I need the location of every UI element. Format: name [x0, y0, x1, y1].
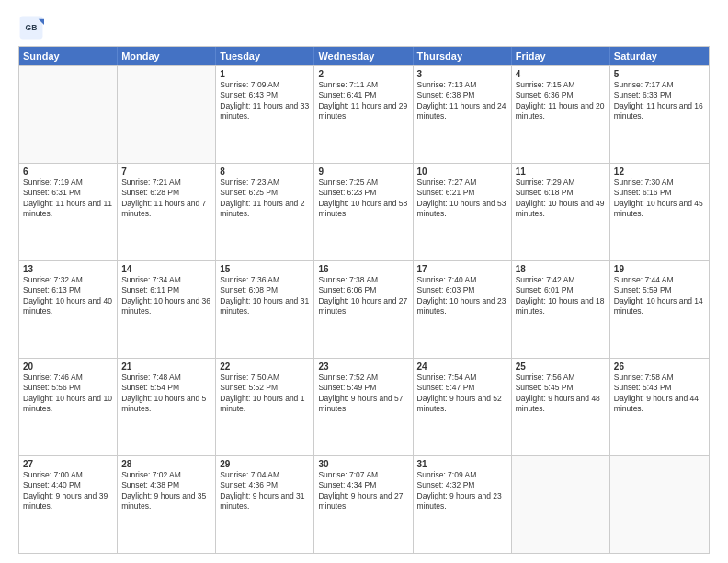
cell-day-number: 9 [318, 167, 408, 177]
cell-info: Sunrise: 7:42 AM Sunset: 6:01 PM Dayligh… [516, 275, 606, 317]
cal-cell-empty-4-5 [512, 456, 610, 553]
calendar: SundayMondayTuesdayWednesdayThursdayFrid… [18, 46, 710, 554]
cell-day-number: 18 [516, 264, 606, 274]
cell-day-number: 29 [220, 459, 310, 469]
cell-info: Sunrise: 7:40 AM Sunset: 6:03 PM Dayligh… [417, 275, 507, 317]
cal-cell-18: 18Sunrise: 7:42 AM Sunset: 6:01 PM Dayli… [512, 261, 610, 358]
cal-cell-6: 6Sunrise: 7:19 AM Sunset: 6:31 PM Daylig… [19, 164, 118, 260]
cell-info: Sunrise: 7:36 AM Sunset: 6:08 PM Dayligh… [220, 275, 310, 317]
cal-cell-22: 22Sunrise: 7:50 AM Sunset: 5:52 PM Dayli… [216, 359, 314, 455]
cal-cell-21: 21Sunrise: 7:48 AM Sunset: 5:54 PM Dayli… [118, 359, 216, 455]
cal-cell-30: 30Sunrise: 7:07 AM Sunset: 4:34 PM Dayli… [314, 456, 413, 553]
cell-info: Sunrise: 7:44 AM Sunset: 5:59 PM Dayligh… [614, 275, 705, 317]
cal-cell-24: 24Sunrise: 7:54 AM Sunset: 5:47 PM Dayli… [414, 359, 512, 455]
cal-cell-19: 19Sunrise: 7:44 AM Sunset: 5:59 PM Dayli… [610, 261, 709, 358]
cell-info: Sunrise: 7:00 AM Sunset: 4:40 PM Dayligh… [23, 470, 113, 512]
cell-day-number: 22 [220, 362, 310, 372]
cell-day-number: 31 [417, 459, 507, 469]
cell-info: Sunrise: 7:23 AM Sunset: 6:25 PM Dayligh… [220, 178, 310, 220]
cell-day-number: 24 [417, 362, 507, 372]
cal-cell-13: 13Sunrise: 7:32 AM Sunset: 6:13 PM Dayli… [19, 261, 118, 358]
cell-info: Sunrise: 7:52 AM Sunset: 5:49 PM Dayligh… [318, 373, 408, 415]
cal-cell-1: 1Sunrise: 7:09 AM Sunset: 6:43 PM Daylig… [216, 66, 314, 163]
cal-cell-26: 26Sunrise: 7:58 AM Sunset: 5:43 PM Dayli… [610, 359, 709, 455]
cell-day-number: 10 [417, 167, 507, 177]
cal-cell-14: 14Sunrise: 7:34 AM Sunset: 6:11 PM Dayli… [118, 261, 216, 358]
page: GB SundayMondayTuesdayWednesdayThursdayF… [0, 0, 728, 563]
cell-day-number: 12 [614, 167, 705, 177]
cal-cell-29: 29Sunrise: 7:04 AM Sunset: 4:36 PM Dayli… [216, 456, 314, 553]
cal-cell-empty-4-6 [610, 456, 709, 553]
cal-header-wednesday: Wednesday [314, 47, 413, 65]
header: GB [18, 15, 710, 40]
cell-day-number: 19 [614, 264, 705, 274]
calendar-body: 1Sunrise: 7:09 AM Sunset: 6:43 PM Daylig… [19, 65, 709, 553]
cal-header-sunday: Sunday [19, 47, 118, 65]
cal-cell-27: 27Sunrise: 7:00 AM Sunset: 4:40 PM Dayli… [19, 456, 118, 553]
cal-cell-2: 2Sunrise: 7:11 AM Sunset: 6:41 PM Daylig… [314, 66, 413, 163]
cell-day-number: 3 [417, 69, 507, 79]
calendar-header-row: SundayMondayTuesdayWednesdayThursdayFrid… [19, 47, 709, 65]
cell-day-number: 28 [121, 459, 211, 469]
cell-day-number: 27 [23, 459, 113, 469]
cell-info: Sunrise: 7:25 AM Sunset: 6:23 PM Dayligh… [318, 178, 408, 220]
cell-info: Sunrise: 7:15 AM Sunset: 6:36 PM Dayligh… [516, 80, 606, 122]
cell-info: Sunrise: 7:27 AM Sunset: 6:21 PM Dayligh… [417, 178, 507, 220]
cal-cell-17: 17Sunrise: 7:40 AM Sunset: 6:03 PM Dayli… [414, 261, 512, 358]
cell-day-number: 25 [516, 362, 606, 372]
cell-day-number: 17 [417, 264, 507, 274]
cell-day-number: 6 [23, 167, 113, 177]
cell-info: Sunrise: 7:04 AM Sunset: 4:36 PM Dayligh… [220, 470, 310, 512]
cal-cell-5: 5Sunrise: 7:17 AM Sunset: 6:33 PM Daylig… [610, 66, 709, 163]
cell-info: Sunrise: 7:13 AM Sunset: 6:38 PM Dayligh… [417, 80, 507, 122]
cell-info: Sunrise: 7:07 AM Sunset: 4:34 PM Dayligh… [318, 470, 408, 512]
cell-info: Sunrise: 7:32 AM Sunset: 6:13 PM Dayligh… [23, 275, 113, 317]
cell-info: Sunrise: 7:46 AM Sunset: 5:56 PM Dayligh… [23, 373, 113, 415]
cal-cell-10: 10Sunrise: 7:27 AM Sunset: 6:21 PM Dayli… [414, 164, 512, 260]
cell-day-number: 26 [614, 362, 705, 372]
cell-day-number: 8 [220, 167, 310, 177]
cal-cell-15: 15Sunrise: 7:36 AM Sunset: 6:08 PM Dayli… [216, 261, 314, 358]
cell-info: Sunrise: 7:21 AM Sunset: 6:28 PM Dayligh… [121, 178, 211, 220]
cal-header-monday: Monday [118, 47, 216, 65]
cal-cell-11: 11Sunrise: 7:29 AM Sunset: 6:18 PM Dayli… [512, 164, 610, 260]
cal-cell-9: 9Sunrise: 7:25 AM Sunset: 6:23 PM Daylig… [314, 164, 413, 260]
cal-row-1: 6Sunrise: 7:19 AM Sunset: 6:31 PM Daylig… [19, 163, 709, 260]
cell-info: Sunrise: 7:56 AM Sunset: 5:45 PM Dayligh… [516, 373, 606, 415]
cal-cell-empty-0-1 [118, 66, 216, 163]
cal-cell-31: 31Sunrise: 7:09 AM Sunset: 4:32 PM Dayli… [414, 456, 512, 553]
cell-day-number: 4 [516, 69, 606, 79]
cal-cell-8: 8Sunrise: 7:23 AM Sunset: 6:25 PM Daylig… [216, 164, 314, 260]
cell-day-number: 11 [516, 167, 606, 177]
cell-info: Sunrise: 7:54 AM Sunset: 5:47 PM Dayligh… [417, 373, 507, 415]
cell-day-number: 15 [220, 264, 310, 274]
cal-cell-empty-0-0 [19, 66, 118, 163]
cell-info: Sunrise: 7:34 AM Sunset: 6:11 PM Dayligh… [121, 275, 211, 317]
cell-info: Sunrise: 7:38 AM Sunset: 6:06 PM Dayligh… [318, 275, 408, 317]
cell-day-number: 5 [614, 69, 705, 79]
cal-cell-28: 28Sunrise: 7:02 AM Sunset: 4:38 PM Dayli… [118, 456, 216, 553]
cal-row-2: 13Sunrise: 7:32 AM Sunset: 6:13 PM Dayli… [19, 260, 709, 358]
cell-day-number: 13 [23, 264, 113, 274]
cell-day-number: 7 [121, 167, 211, 177]
cal-row-0: 1Sunrise: 7:09 AM Sunset: 6:43 PM Daylig… [19, 65, 709, 163]
cell-day-number: 21 [121, 362, 211, 372]
cal-cell-23: 23Sunrise: 7:52 AM Sunset: 5:49 PM Dayli… [314, 359, 413, 455]
cell-day-number: 2 [318, 69, 408, 79]
cell-info: Sunrise: 7:09 AM Sunset: 6:43 PM Dayligh… [220, 80, 310, 122]
cal-cell-25: 25Sunrise: 7:56 AM Sunset: 5:45 PM Dayli… [512, 359, 610, 455]
cell-info: Sunrise: 7:02 AM Sunset: 4:38 PM Dayligh… [121, 470, 211, 512]
cal-cell-4: 4Sunrise: 7:15 AM Sunset: 6:36 PM Daylig… [512, 66, 610, 163]
cal-cell-20: 20Sunrise: 7:46 AM Sunset: 5:56 PM Dayli… [19, 359, 118, 455]
cell-info: Sunrise: 7:48 AM Sunset: 5:54 PM Dayligh… [121, 373, 211, 415]
cal-row-3: 20Sunrise: 7:46 AM Sunset: 5:56 PM Dayli… [19, 358, 709, 455]
cal-row-4: 27Sunrise: 7:00 AM Sunset: 4:40 PM Dayli… [19, 455, 709, 553]
cell-day-number: 20 [23, 362, 113, 372]
cell-day-number: 1 [220, 69, 310, 79]
cal-cell-3: 3Sunrise: 7:13 AM Sunset: 6:38 PM Daylig… [414, 66, 512, 163]
logo: GB [18, 15, 48, 40]
cal-header-saturday: Saturday [610, 47, 709, 65]
cell-info: Sunrise: 7:30 AM Sunset: 6:16 PM Dayligh… [614, 178, 705, 220]
cell-info: Sunrise: 7:17 AM Sunset: 6:33 PM Dayligh… [614, 80, 705, 122]
cal-header-tuesday: Tuesday [216, 47, 314, 65]
